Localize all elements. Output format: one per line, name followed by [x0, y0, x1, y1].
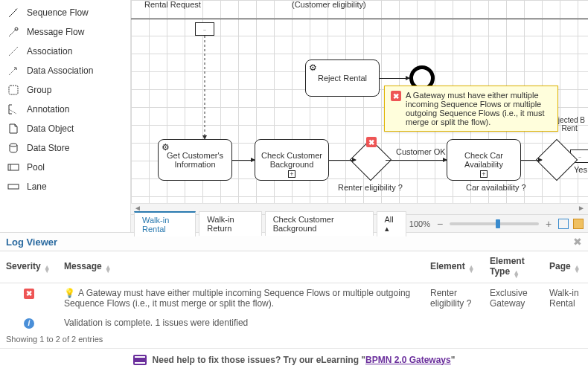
tab-all[interactable]: All ▴ [377, 211, 406, 236]
group-icon [7, 84, 19, 96]
palette-item-lane[interactable]: Lane [0, 177, 130, 196]
lane-icon [7, 181, 19, 193]
sequence-flow[interactable] [329, 160, 356, 161]
svg-rect-9 [8, 164, 19, 170]
svg-rect-6 [9, 86, 18, 94]
elearning-hint: Need help to fix those issues? Try our e… [0, 348, 588, 371]
lane-header-label: Rental Request [144, 0, 201, 9]
zoom-out-button[interactable]: − [435, 219, 445, 229]
task-check-car-availability[interactable]: Check Car Availability + [447, 139, 521, 181]
message-event-icon[interactable] [195, 22, 214, 36]
error-badge-icon[interactable]: ✖ [366, 137, 377, 147]
lane-header-note: (Customer eligibility) [292, 0, 366, 9]
col-message[interactable]: Message▲▼ [58, 251, 424, 283]
palette-item-label: Association [27, 46, 72, 57]
info-icon: i [24, 318, 34, 329]
task-label: Reject Rental [318, 74, 367, 83]
log-element-type: Exclusive Gateway [484, 283, 543, 314]
association-icon [7, 45, 19, 57]
fit-content-icon[interactable] [573, 219, 584, 229]
chevron-up-icon: ▴ [385, 224, 389, 233]
gateway-label: Renter eligibility ? [338, 183, 403, 192]
sequence-flow[interactable] [521, 160, 542, 161]
tab-walk-in-return[interactable]: Walk-in Return [199, 211, 261, 236]
validation-tooltip: ✖ A Gateway must have either multiple in… [384, 86, 558, 132]
svg-line-5 [9, 68, 16, 75]
palette-item-data-association[interactable]: Data Association [0, 61, 130, 80]
fit-page-icon[interactable] [558, 219, 569, 229]
lightbulb-icon: 💡 [64, 288, 75, 298]
palette-item-label: Data Store [27, 143, 69, 153]
sequence-flow[interactable] [232, 160, 255, 161]
elearning-link[interactable]: BPMN 2.0 Gateways [365, 355, 451, 365]
zoom-slider[interactable] [450, 222, 539, 225]
palette-item-association[interactable]: Association [0, 42, 130, 61]
data-store-icon [7, 142, 19, 154]
sort-icon: ▲▼ [468, 265, 475, 273]
task-get-customer-info[interactable]: ⚙ Get Customer's Information [158, 139, 232, 181]
sort-icon: ▲▼ [44, 265, 51, 273]
tab-walk-in-rental[interactable]: Walk-in Rental [134, 211, 196, 236]
col-page[interactable]: Page▲▼ [543, 251, 588, 283]
log-table: Severity▲▼ Message▲▼ Element▲▼ Element T… [0, 251, 588, 333]
task-reject-rental[interactable]: ⚙ Reject Rental [305, 59, 380, 97]
sequence-flow[interactable] [380, 78, 409, 79]
palette-item-message-flow[interactable]: Message Flow [0, 22, 130, 42]
zoom-controls: 100% − + [409, 219, 588, 229]
palette-item-data-object[interactable]: Data Object [0, 119, 130, 138]
log-element: Renter eligibility ? [424, 283, 484, 314]
log-row[interactable]: ✖ 💡A Gateway must have either multiple i… [0, 283, 588, 314]
sort-icon: ▲▼ [513, 271, 520, 278]
svg-marker-1 [15, 8, 18, 10]
palette-item-pool[interactable]: Pool [0, 158, 130, 177]
svg-line-0 [9, 10, 16, 17]
palette: Sequence Flow Message Flow Association D… [0, 0, 131, 232]
col-severity[interactable]: Severity▲▼ [0, 251, 58, 283]
flow-label: Customer OK [396, 147, 446, 156]
log-message: Validation is complete. 1 issues were id… [58, 313, 424, 333]
col-element[interactable]: Element▲▼ [424, 251, 484, 283]
task-label: Check Car Availability [453, 151, 514, 169]
palette-item-label: Group [27, 85, 51, 95]
log-page: Walk-in Rental [543, 283, 588, 314]
sequence-flow[interactable] [386, 160, 447, 161]
gear-icon: ⚙ [162, 142, 170, 152]
palette-item-annotation[interactable]: Annotation [0, 100, 130, 119]
annotation-icon [7, 103, 19, 115]
tab-bar: Walk-in Rental Walk-in Return Check Cust… [131, 214, 588, 232]
subprocess-marker-icon: + [480, 170, 488, 178]
svg-line-4 [9, 47, 18, 56]
col-element-type[interactable]: Element Type▲▼ [484, 251, 543, 283]
flow-label: Yes [574, 165, 587, 174]
task-label: Check Customer Background [261, 151, 322, 169]
tooltip-message: A Gateway must have either multiple inco… [406, 91, 552, 126]
error-icon: ✖ [391, 91, 401, 101]
svg-marker-13 [202, 135, 207, 140]
diagram-canvas[interactable]: Rental Request (Customer eligibility) ⚙ … [131, 0, 588, 203]
palette-item-group[interactable]: Group [0, 80, 130, 100]
palette-item-label: Message Flow [27, 27, 84, 37]
error-icon: ✖ [24, 289, 34, 299]
sequence-flow-icon [7, 7, 19, 19]
svg-rect-11 [8, 184, 19, 189]
palette-item-label: Sequence Flow [27, 7, 89, 18]
sort-icon: ▲▼ [574, 265, 581, 273]
palette-item-label: Data Object [27, 123, 74, 134]
scroll-right-icon[interactable]: ► [578, 204, 585, 214]
task-check-customer-background[interactable]: Check Customer Background + [255, 139, 329, 181]
pool-icon [7, 161, 19, 173]
gateway-label: Car availability ? [466, 183, 526, 192]
log-viewer-title: Log Viewer [6, 236, 57, 248]
tab-check-customer-background[interactable]: Check Customer Background [265, 211, 374, 236]
log-row[interactable]: i Validation is complete. 1 issues were … [0, 313, 588, 333]
svg-line-7 [9, 109, 16, 114]
message-flow-icon [7, 26, 19, 38]
film-icon [133, 355, 147, 365]
close-icon[interactable]: ✖ [573, 236, 582, 248]
data-object-icon [7, 123, 19, 135]
palette-item-sequence-flow[interactable]: Sequence Flow [0, 3, 130, 22]
zoom-percent: 100% [409, 219, 430, 228]
palette-item-data-store[interactable]: Data Store [0, 138, 130, 158]
zoom-in-button[interactable]: + [543, 219, 554, 229]
palette-item-label: Lane [27, 181, 47, 192]
